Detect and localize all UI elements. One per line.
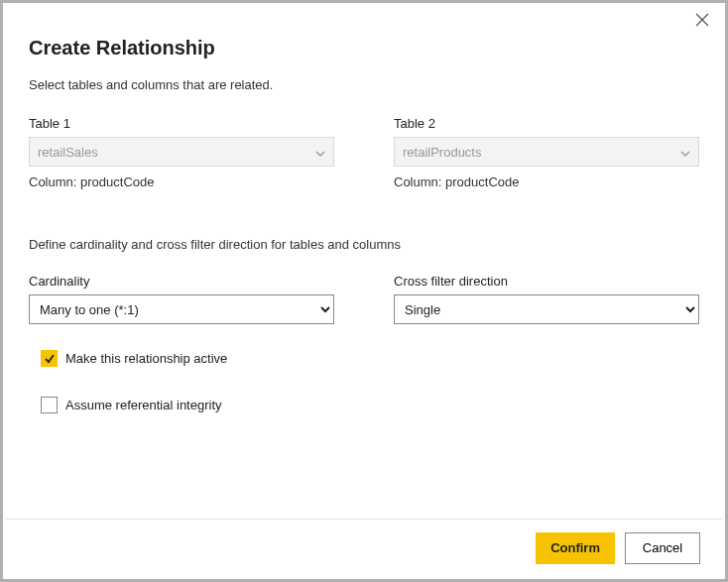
dialog-subtitle: Select tables and columns that are relat… — [29, 77, 699, 92]
table2-label: Table 2 — [394, 116, 699, 131]
cardinality-column: Cardinality Many to one (*:1) — [29, 274, 334, 324]
section-text: Define cardinality and cross filter dire… — [29, 237, 699, 252]
confirm-button[interactable]: Confirm — [536, 532, 615, 564]
cancel-button[interactable]: Cancel — [625, 532, 700, 564]
check-icon — [44, 353, 56, 365]
table1-label: Table 1 — [29, 116, 334, 131]
dialog-footer: Confirm Cancel — [6, 519, 722, 576]
options-row: Cardinality Many to one (*:1) Cross filt… — [29, 274, 699, 324]
chevron-down-icon — [680, 145, 690, 160]
checkbox-integrity-label: Assume referential integrity — [65, 398, 222, 412]
checkbox-active[interactable] — [41, 350, 58, 367]
cross-filter-column: Cross filter direction Single — [394, 274, 699, 324]
table1-column: Table 1 retailSales Column: productCode — [29, 116, 334, 189]
table1-select[interactable]: retailSales — [29, 137, 334, 167]
dialog-content: Create Relationship Select tables and co… — [3, 3, 725, 413]
cross-filter-label: Cross filter direction — [394, 274, 699, 289]
table2-select-value: retailProducts — [403, 145, 481, 160]
table1-select-value: retailSales — [38, 145, 98, 160]
table2-select[interactable]: retailProducts — [394, 137, 699, 167]
close-button[interactable] — [695, 13, 711, 29]
tables-row: Table 1 retailSales Column: productCode … — [29, 116, 699, 189]
dialog-window: Create Relationship Select tables and co… — [0, 0, 728, 582]
checkbox-active-row: Make this relationship active — [41, 350, 699, 367]
dialog-title: Create Relationship — [29, 37, 699, 59]
cardinality-select[interactable]: Many to one (*:1) — [29, 294, 334, 324]
cross-filter-select[interactable]: Single — [394, 294, 699, 324]
table1-column-text: Column: productCode — [29, 175, 334, 189]
chevron-down-icon — [315, 145, 325, 160]
close-icon — [695, 13, 709, 27]
cardinality-label: Cardinality — [29, 274, 334, 289]
table2-column-text: Column: productCode — [394, 175, 699, 189]
table2-column: Table 2 retailProducts Column: productCo… — [394, 116, 699, 189]
checkbox-active-label: Make this relationship active — [65, 351, 227, 366]
checkbox-integrity[interactable] — [41, 397, 58, 413]
checkbox-integrity-row: Assume referential integrity — [41, 397, 699, 413]
